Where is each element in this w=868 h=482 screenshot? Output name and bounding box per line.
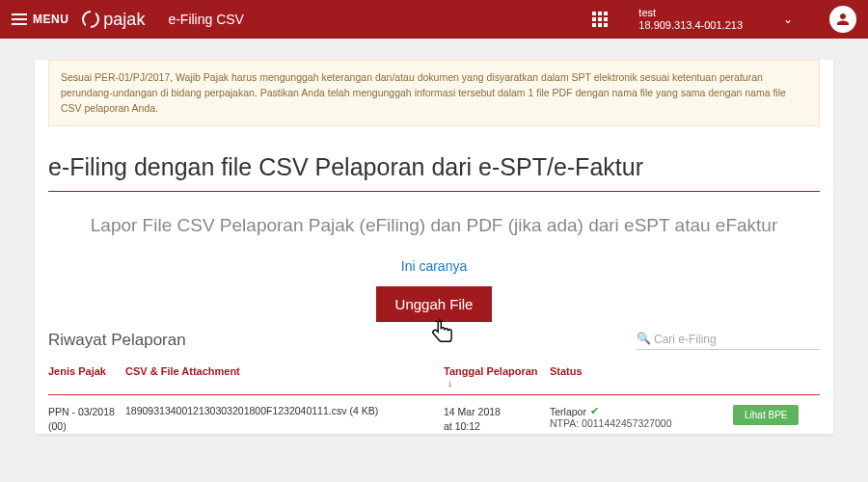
sort-desc-icon: ↓: [448, 377, 453, 388]
main-card: Sesuai PER-01/PJ/2017, Wajib Pajak harus…: [35, 60, 833, 434]
cell-status: Terlapor ✔ NTPA: 0011442457327000: [550, 405, 733, 433]
logo: pajak: [82, 10, 145, 30]
check-icon: ✔: [590, 405, 599, 417]
table-header: Jenis Pajak CSV & File Attachment Tangga…: [48, 360, 820, 395]
th-status[interactable]: Status: [550, 365, 733, 388]
menu-label: MENU: [33, 13, 68, 26]
person-icon: [834, 11, 852, 28]
account-avatar[interactable]: [829, 6, 856, 33]
topbar: MENU pajak e-Filing CSV test 18.909.313.…: [0, 0, 868, 39]
search-field-wrap: 🔍: [637, 330, 820, 350]
hamburger-icon: [12, 13, 27, 25]
logo-text: pajak: [103, 10, 145, 30]
title-divider: [48, 191, 820, 192]
th-tanggal[interactable]: Tanggal Pelaporan ↓: [444, 365, 550, 388]
cell-tanggal: 14 Mar 2018 at 10:12: [444, 405, 550, 433]
th-csv[interactable]: CSV & File Attachment: [125, 365, 444, 388]
logo-icon: [82, 11, 99, 28]
history-table: Jenis Pajak CSV & File Attachment Tangga…: [48, 360, 820, 433]
user-dropdown[interactable]: test 18.909.313.4-001.213: [638, 7, 743, 32]
page-title: e-Filing dengan file CSV Pelaporan dari …: [35, 126, 833, 191]
cell-csv: 1890931340012130303201800F1232040111.csv…: [125, 405, 444, 433]
table-row: PPN - 03/2018 (00) 189093134001213030320…: [48, 395, 820, 433]
history-title: Riwayat Pelaporan: [48, 331, 186, 350]
chevron-down-icon[interactable]: ⌄: [783, 13, 793, 26]
page-subtitle: Lapor File CSV Pelaporan Pajak (eFiling)…: [35, 215, 833, 257]
user-name: test: [638, 7, 743, 19]
th-jenis[interactable]: Jenis Pajak: [48, 365, 125, 388]
app-title: e-Filing CSV: [168, 12, 244, 27]
apps-grid-icon[interactable]: [592, 12, 608, 27]
search-input[interactable]: [637, 333, 820, 346]
cell-jenis: PPN - 03/2018 (00): [48, 405, 125, 433]
howto-link[interactable]: Ini caranya: [401, 258, 467, 274]
notice-banner: Sesuai PER-01/PJ/2017, Wajib Pajak harus…: [48, 60, 820, 126]
view-bpe-button[interactable]: Lihat BPE: [733, 405, 799, 425]
user-id: 18.909.313.4-001.213: [638, 19, 743, 32]
menu-button[interactable]: MENU: [12, 13, 68, 26]
upload-file-button[interactable]: Unggah File: [376, 286, 493, 322]
search-icon: 🔍: [637, 332, 651, 345]
